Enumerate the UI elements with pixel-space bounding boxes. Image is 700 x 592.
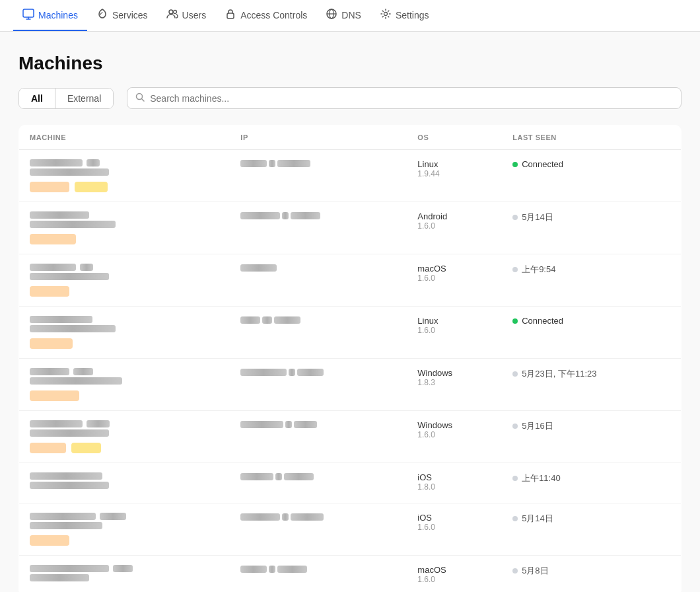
table-row[interactable]: iOS1.8.0上午11:40: [19, 463, 682, 503]
services-icon: [96, 8, 108, 22]
ip-cell: [230, 254, 407, 307]
os-cell: Linux1.9.44: [407, 150, 502, 202]
os-cell: Windows1.8.3: [407, 359, 502, 411]
machine-cell: [19, 202, 230, 254]
col-last-seen: LAST SEEN: [502, 126, 681, 150]
nav-settings-label: Settings: [396, 10, 429, 20]
ip-cell: [230, 411, 407, 463]
svg-point-2: [173, 10, 176, 13]
disconnected-dot: [512, 371, 518, 377]
last-seen-cell: 上午11:40: [502, 463, 681, 503]
disconnected-dot: [512, 424, 518, 429]
table-row[interactable]: macOS1.6.05月8日: [19, 556, 682, 593]
table-row[interactable]: Linux1.9.44Connected: [19, 150, 682, 202]
os-cell: iOS1.8.0: [407, 463, 502, 503]
ip-cell: [230, 202, 407, 254]
last-seen-text: 5月14日: [522, 211, 553, 223]
machine-cell: [19, 411, 230, 463]
page-title: Machines: [18, 53, 682, 74]
col-machine: MACHINE: [19, 126, 230, 150]
last-seen-cell: 5月23日, 下午11:23: [502, 359, 681, 411]
connected-dot: [512, 318, 518, 324]
ip-cell: [230, 463, 407, 503]
nav-services[interactable]: Services: [87, 0, 157, 31]
last-seen-text: 5月14日: [522, 513, 553, 525]
search-input[interactable]: [150, 93, 673, 104]
table-row[interactable]: Linux1.6.0Connected: [19, 307, 682, 359]
machine-cell: [19, 150, 230, 202]
os-cell: iOS1.6.0: [407, 503, 502, 556]
ip-cell: [230, 150, 407, 202]
nav-access-controls-label: Access Controls: [240, 10, 307, 20]
last-seen-text: 上午9:54: [522, 264, 555, 276]
last-seen-text: 5月23日, 下午11:23: [522, 368, 596, 380]
ip-cell: [230, 359, 407, 411]
svg-point-1: [169, 10, 173, 14]
last-seen-cell: 5月16日: [502, 411, 681, 463]
table-row[interactable]: Windows1.8.35月23日, 下午11:23: [19, 359, 682, 411]
os-cell: macOS1.6.0: [407, 254, 502, 307]
os-cell: Android1.6.0: [407, 202, 502, 254]
last-seen-text: 5月16日: [522, 420, 553, 432]
machines-table: MACHINE IP OS LAST SEEN Linux1.9.44Conne…: [18, 125, 682, 592]
search-icon: [135, 92, 145, 104]
disconnected-dot: [512, 568, 518, 574]
svg-rect-0: [23, 9, 34, 17]
filter-external[interactable]: External: [55, 89, 113, 108]
machine-cell: [19, 254, 230, 307]
os-cell: Windows1.6.0: [407, 411, 502, 463]
machine-cell: [19, 503, 230, 556]
nav-machines[interactable]: Machines: [13, 0, 87, 31]
last-seen-cell: 5月8日: [502, 556, 681, 593]
search-box: [127, 87, 682, 109]
last-seen-text: Connected: [522, 159, 563, 169]
machine-cell: [19, 307, 230, 359]
os-cell: macOS1.6.0: [407, 556, 502, 593]
ip-cell: [230, 556, 407, 593]
navigation: Machines Services Users Ac: [0, 0, 700, 32]
col-ip: IP: [230, 126, 407, 150]
table-row[interactable]: iOS1.6.05月14日: [19, 503, 682, 556]
disconnected-dot: [512, 516, 518, 521]
machine-cell: [19, 359, 230, 411]
last-seen-cell: 上午9:54: [502, 254, 681, 307]
disconnected-dot: [512, 476, 518, 481]
filter-row: All External: [18, 87, 682, 109]
gear-icon: [380, 8, 392, 22]
disconnected-dot: [512, 267, 518, 272]
machines-icon: [22, 8, 34, 22]
last-seen-text: Connected: [522, 316, 563, 326]
table-row[interactable]: macOS1.6.0上午9:54: [19, 254, 682, 307]
main-content: Machines All External MACHINE IP OS LAST…: [0, 32, 700, 592]
last-seen-cell: 5月14日: [502, 503, 681, 556]
users-icon: [166, 8, 178, 22]
last-seen-cell: Connected: [502, 307, 681, 359]
table-row[interactable]: Windows1.6.05月16日: [19, 411, 682, 463]
filter-all[interactable]: All: [19, 89, 55, 108]
ip-cell: [230, 307, 407, 359]
col-os: OS: [407, 126, 502, 150]
nav-services-label: Services: [112, 10, 148, 20]
table-row[interactable]: Android1.6.05月14日: [19, 202, 682, 254]
svg-point-6: [384, 12, 387, 15]
nav-access-controls[interactable]: Access Controls: [215, 0, 316, 31]
last-seen-text: 上午11:40: [522, 472, 561, 484]
svg-rect-3: [227, 13, 234, 18]
last-seen-cell: 5月14日: [502, 202, 681, 254]
nav-users-label: Users: [182, 10, 207, 20]
last-seen-cell: Connected: [502, 150, 681, 202]
nav-dns[interactable]: DNS: [316, 0, 370, 31]
disconnected-dot: [512, 215, 518, 220]
nav-dns-label: DNS: [341, 10, 361, 20]
os-cell: Linux1.6.0: [407, 307, 502, 359]
globe-icon: [326, 8, 337, 22]
nav-machines-label: Machines: [38, 10, 78, 20]
nav-users[interactable]: Users: [157, 0, 216, 31]
machine-cell: [19, 463, 230, 503]
nav-settings[interactable]: Settings: [370, 0, 438, 31]
machine-cell: [19, 556, 230, 593]
lock-icon: [225, 8, 236, 22]
last-seen-text: 5月8日: [522, 565, 548, 577]
ip-cell: [230, 503, 407, 556]
connected-dot: [512, 162, 518, 167]
